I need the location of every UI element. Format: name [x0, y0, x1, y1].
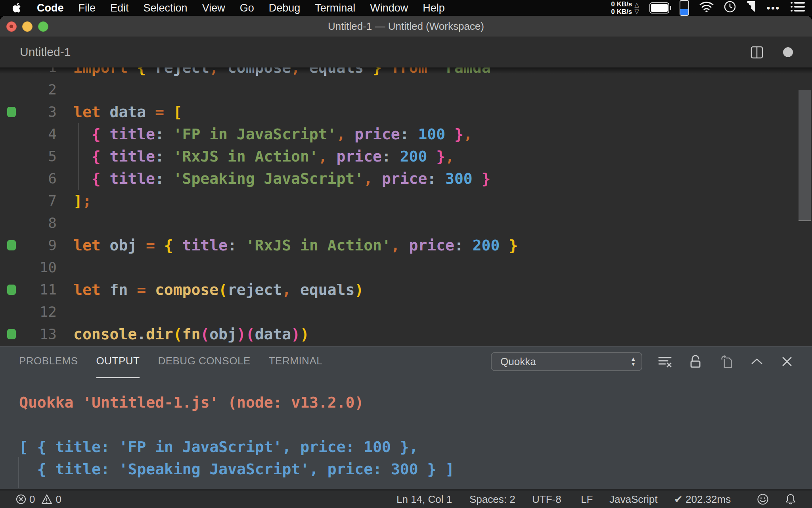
error-count: 0 — [29, 493, 35, 506]
screen: CodeFileEditSelectionViewGoDebugTerminal… — [0, 0, 812, 508]
bottom-panel: PROBLEMSOUTPUTDEBUG CONSOLETERMINAL Quok… — [0, 346, 812, 504]
menu-items: CodeFileEditSelectionViewGoDebugTerminal… — [0, 2, 445, 14]
status-cursor-position[interactable]: Ln 14, Col 1 — [396, 491, 452, 508]
code-line[interactable]: let fn = compose(reject, equals) — [73, 279, 364, 301]
output-line: { title: 'Speaking JavaScript', price: 3… — [19, 458, 454, 480]
close-panel-icon[interactable] — [780, 355, 794, 368]
shield-icon[interactable] — [746, 1, 756, 15]
menu-item-code[interactable]: Code — [37, 2, 64, 14]
status-eol[interactable]: LF — [581, 491, 593, 508]
code-editor[interactable]: 12345678910111213 import { reject, compo… — [0, 67, 812, 346]
clock-icon[interactable] — [724, 1, 736, 15]
title-bar[interactable]: Untitled-1 — Untitled (Workspace) — [0, 16, 812, 37]
vertical-indicator-icon[interactable] — [680, 0, 689, 16]
window-title: Untitled-1 — Untitled (Workspace) — [0, 16, 812, 37]
code-line[interactable]: let data = [ — [73, 101, 182, 123]
status-indentation[interactable]: Spaces: 2 — [469, 491, 515, 508]
menu-item-edit[interactable]: Edit — [110, 2, 129, 14]
output-indent-guide — [18, 457, 19, 488]
feedback-smiley-icon[interactable] — [757, 491, 769, 508]
open-file-label[interactable]: Untitled-1 — [20, 37, 71, 67]
editor-dirty-indicator[interactable] — [783, 47, 793, 57]
up-arrow-icon: △ — [634, 1, 639, 8]
output-line: [ { title: 'FP in JavaScript', price: 10… — [19, 436, 418, 458]
line-number: 7 — [0, 190, 57, 212]
code-line[interactable]: { title: 'FP in JavaScript', price: 100 … — [73, 123, 473, 145]
network-speed-indicator[interactable]: 0 KB/s0 KB/s △▽ — [611, 0, 639, 15]
output-line: Quokka 'Untitled-1.js' (node: v13.2.0) — [19, 391, 364, 414]
code-line[interactable]: let obj = { title: 'RxJS in Action', pri… — [73, 234, 518, 256]
line-number: 10 — [0, 256, 57, 279]
unlock-icon[interactable] — [689, 355, 702, 368]
panel-tab-debug-console[interactable]: DEBUG CONSOLE — [158, 355, 250, 368]
maximize-panel-icon[interactable] — [750, 355, 764, 368]
status-language-mode[interactable]: JavaScript — [609, 491, 657, 508]
status-bar: 0 0 Ln 14, Col 1Spaces: 2UTF-8LFJavaScri… — [0, 489, 812, 508]
menu-item-help[interactable]: Help — [423, 2, 445, 14]
quokka-coverage-marker — [7, 107, 16, 117]
code-line[interactable]: console.dir(fn(obj)(data)) — [73, 323, 309, 345]
status-quokka-time[interactable]: ✔ 202.32ms — [674, 491, 731, 508]
apple-icon[interactable] — [12, 2, 22, 14]
problems-status[interactable]: 0 0 — [16, 491, 61, 508]
line-number: 4 — [0, 123, 57, 145]
editor-scrollbar-thumb[interactable] — [799, 90, 811, 221]
panel-tab-output[interactable]: OUTPUT — [96, 355, 140, 368]
net-up: 0 KB/s — [611, 0, 632, 8]
menu-item-file[interactable]: File — [79, 2, 96, 14]
panel-tab-problems[interactable]: PROBLEMS — [19, 355, 78, 368]
editor-group-header: Untitled-1 — [0, 37, 812, 67]
macos-menu-bar: CodeFileEditSelectionViewGoDebugTerminal… — [0, 0, 812, 16]
indent-guide — [78, 123, 79, 190]
menu-item-view[interactable]: View — [202, 2, 225, 14]
line-number: 5 — [0, 145, 57, 167]
scroll-shadow — [0, 67, 812, 74]
line-number: 6 — [0, 167, 57, 190]
wifi-icon[interactable] — [699, 1, 714, 15]
battery-icon[interactable] — [649, 2, 669, 13]
select-spinner-icon: ▲▼ — [630, 356, 636, 367]
vscode-window: Untitled-1 — Untitled (Workspace) Untitl… — [0, 16, 812, 508]
line-number: 12 — [0, 301, 57, 323]
more-dots-icon[interactable]: ••• — [767, 2, 780, 13]
down-arrow-icon: ▽ — [634, 8, 639, 15]
menu-item-selection[interactable]: Selection — [144, 2, 188, 14]
status-encoding[interactable]: UTF-8 — [532, 491, 561, 508]
panel-tabs: PROBLEMSOUTPUTDEBUG CONSOLETERMINAL — [19, 346, 322, 376]
clear-output-icon[interactable] — [658, 355, 672, 368]
menu-item-debug[interactable]: Debug — [269, 2, 301, 14]
net-down: 0 KB/s — [611, 8, 632, 15]
code-line[interactable]: ]; — [73, 190, 92, 212]
output-channel-value: Quokka — [500, 356, 536, 368]
menu-item-terminal[interactable]: Terminal — [315, 2, 355, 14]
list-menu-icon[interactable] — [791, 2, 805, 15]
line-number: 2 — [0, 79, 57, 101]
quokka-coverage-marker — [7, 329, 16, 339]
warning-count: 0 — [56, 493, 61, 506]
output-channel-select[interactable]: Quokka ▲▼ — [491, 352, 642, 371]
notifications-bell-icon[interactable] — [785, 491, 796, 508]
split-editor-icon[interactable] — [751, 46, 763, 60]
line-number: 8 — [0, 212, 57, 234]
code-line[interactable]: { title: 'Speaking JavaScript', price: 3… — [73, 167, 490, 190]
menu-item-window[interactable]: Window — [370, 2, 408, 14]
quokka-coverage-marker — [7, 240, 16, 250]
panel-tab-terminal[interactable]: TERMINAL — [269, 355, 322, 368]
open-in-editor-icon[interactable] — [720, 355, 733, 368]
menu-item-go[interactable]: Go — [240, 2, 254, 14]
quokka-coverage-marker — [7, 285, 16, 295]
menu-status-icons: 0 KB/s0 KB/s △▽ ••• — [611, 0, 812, 16]
code-line[interactable]: { title: 'RxJS in Action', price: 200 }, — [73, 145, 454, 167]
